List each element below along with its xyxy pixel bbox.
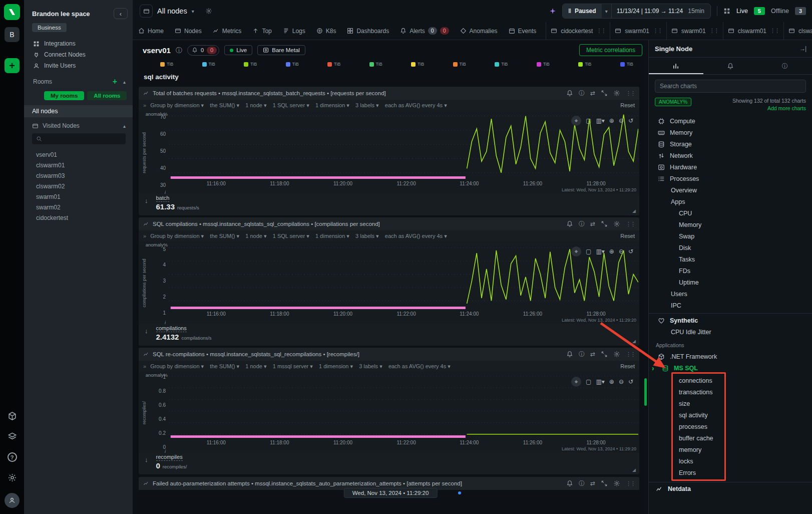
collapse-controls-icon[interactable]: » [143, 233, 146, 239]
tab-home[interactable]: Home [133, 22, 169, 40]
select-tool-icon[interactable]: ▢ [586, 117, 591, 124]
zoom-out-icon[interactable]: ⊖ [619, 248, 624, 255]
metric-chip[interactable]: TiB [160, 62, 173, 67]
integrations-rail-icon[interactable] [8, 411, 17, 421]
menu-network[interactable]: Network [649, 150, 812, 161]
chart-kind-icon[interactable]: ▥▾ [596, 248, 604, 255]
metric-chip[interactable]: TiB [537, 62, 550, 67]
collapse-panel-icon[interactable]: →| [799, 45, 806, 52]
metric-chip[interactable]: TiB [202, 62, 215, 67]
node-live-pill[interactable]: Live [224, 45, 252, 55]
chart-settings-icon[interactable] [613, 220, 620, 227]
collapse-sidebar-button[interactable]: ‹ [114, 8, 128, 19]
drag-handle-icon[interactable]: ⋮⋮ [770, 28, 779, 34]
pan-tool-icon[interactable]: ⌖ [571, 246, 581, 256]
node-tab[interactable]: clswarm02 ⋮⋮ [783, 22, 812, 40]
menu-mssql-subitem[interactable]: connections [649, 375, 812, 386]
visited-node-item[interactable]: clswarm02 [24, 181, 133, 191]
tab-metrics[interactable]: Metrics [207, 22, 247, 40]
menu-mssql-subitem[interactable]: processes [649, 421, 812, 432]
reset-button[interactable]: Reset [620, 233, 635, 239]
menu-app-subitem[interactable]: FDs [649, 265, 812, 277]
scrollbar-thumb[interactable] [644, 378, 647, 406]
zoom-in-icon[interactable]: ⊕ [609, 117, 614, 124]
ai-spark-icon[interactable] [549, 8, 556, 15]
menu-dotnet-framework[interactable]: .NET Framework [649, 351, 812, 362]
chart-alerts-icon[interactable] [566, 220, 573, 227]
time-window[interactable]: 15min [688, 8, 710, 15]
line-chart[interactable]: ⌖ ▢ ▥▾ ⊕ ⊖ ↺ [169, 373, 638, 439]
settings-rail-icon[interactable] [8, 473, 17, 482]
reset-button[interactable]: Reset [620, 363, 635, 369]
node-search-box[interactable] [32, 133, 126, 144]
visited-node-item[interactable]: cidockertest [24, 212, 133, 223]
zoom-reset-icon[interactable]: ↺ [628, 378, 633, 385]
search-charts-box[interactable] [655, 80, 806, 93]
chart-group-controls[interactable]: Group by dimension ▾ the SUM() ▾ 1 node … [150, 363, 451, 370]
sidebar-item-invite-users[interactable]: Invite Users [24, 60, 133, 71]
menu-mssql-subitem[interactable]: size [649, 398, 812, 409]
menu-app-subitem[interactable]: Memory [649, 219, 812, 230]
chart-settings-icon[interactable] [613, 351, 620, 358]
node-tab[interactable]: swarm01 ⋮⋮ [666, 22, 723, 40]
node-tab[interactable]: clswarm01 ⋮⋮ [723, 22, 783, 40]
chart-expand-icon[interactable] [601, 351, 608, 358]
workspace-avatar[interactable]: B [5, 27, 20, 42]
chart-drag-handle[interactable]: ⋮⋮ [626, 351, 635, 358]
menu-subitem[interactable]: IPC [649, 300, 812, 311]
sidebar-item-integrations[interactable]: Integrations [24, 38, 133, 49]
chart-info-icon[interactable]: ⓘ [579, 90, 585, 96]
metric-chip[interactable]: TiB [578, 62, 591, 67]
line-chart[interactable]: ⌖ ▢ ▥▾ ⊕ ⊖ ↺ [169, 112, 638, 180]
metric-chip[interactable]: TiB [369, 62, 382, 67]
menu-app-subitem[interactable]: CPU [649, 207, 812, 219]
reset-button[interactable]: Reset [620, 102, 635, 108]
nodes-grid-icon[interactable] [723, 8, 730, 15]
node-search-input[interactable] [45, 136, 122, 142]
room-item-all-nodes[interactable]: All nodes [24, 105, 133, 117]
menu-app-subitem[interactable]: Tasks [649, 253, 812, 265]
room-settings-icon[interactable] [205, 8, 212, 15]
metric-chip[interactable]: TiB [453, 62, 466, 67]
netdata-logo[interactable] [4, 4, 20, 20]
chart-alerts-icon[interactable] [566, 90, 573, 97]
chart-alerts-icon[interactable] [566, 480, 573, 487]
visited-node-item[interactable]: swarm01 [24, 191, 133, 202]
chart-drag-handle[interactable]: ⋮⋮ [626, 90, 635, 97]
line-chart[interactable]: ⌖ ▢ ▥▾ ⊕ ⊖ ↺ [169, 242, 638, 310]
menu-mssql-subitem[interactable]: Errors [649, 467, 812, 478]
chart-group-controls[interactable]: Group by dimension ▾ the SUM() ▾ 1 node … [150, 102, 447, 109]
menu-cpu-idle-jitter[interactable]: CPU Idle Jitter [649, 326, 812, 338]
chart-drag-handle[interactable]: ⋮⋮ [626, 221, 635, 227]
zoom-reset-icon[interactable]: ↺ [628, 117, 633, 124]
chevron-down-icon[interactable]: ▾ [602, 4, 612, 18]
menu-processes[interactable]: Processes [649, 173, 812, 184]
resize-handle-icon[interactable]: ◢ [632, 339, 636, 344]
select-tool-icon[interactable]: ▢ [586, 378, 591, 385]
node-info-icon[interactable]: ⓘ [176, 47, 182, 54]
menu-mssql-subitem[interactable]: sql activity [649, 409, 812, 421]
tab-events[interactable]: Events [503, 22, 542, 40]
zoom-reset-icon[interactable]: ↺ [628, 248, 633, 255]
zoom-in-icon[interactable]: ⊕ [609, 378, 614, 385]
menu-compute[interactable]: Compute [649, 115, 812, 127]
zoom-out-icon[interactable]: ⊖ [619, 378, 624, 385]
search-charts-input[interactable] [660, 83, 801, 90]
tab-k8s[interactable]: K8s [311, 22, 342, 40]
metric-chip[interactable]: TiB [286, 62, 299, 67]
help-icon[interactable]: ? [8, 452, 17, 462]
pan-tool-icon[interactable]: ⌖ [571, 377, 581, 387]
metric-chip[interactable]: TiB [244, 62, 257, 67]
visited-node-item[interactable]: swarm02 [24, 202, 133, 212]
metric-chip[interactable]: TiB [411, 62, 424, 67]
my-rooms-toggle[interactable]: My rooms [44, 91, 84, 100]
chevron-up-icon[interactable]: ▴ [123, 123, 126, 129]
menu-mssql-subitem[interactable]: transactions [649, 386, 812, 398]
menu-synthetic[interactable]: Synthetic [649, 315, 812, 326]
drag-handle-icon[interactable]: ⋮⋮ [596, 28, 605, 34]
add-room-button[interactable]: + [113, 77, 117, 86]
chart-kind-icon[interactable]: ▥▾ [596, 378, 604, 385]
spaces-rail-icon[interactable] [8, 432, 17, 441]
metric-chip[interactable]: TiB [620, 62, 633, 67]
tab-dashboards[interactable]: Dashboards [341, 22, 394, 40]
